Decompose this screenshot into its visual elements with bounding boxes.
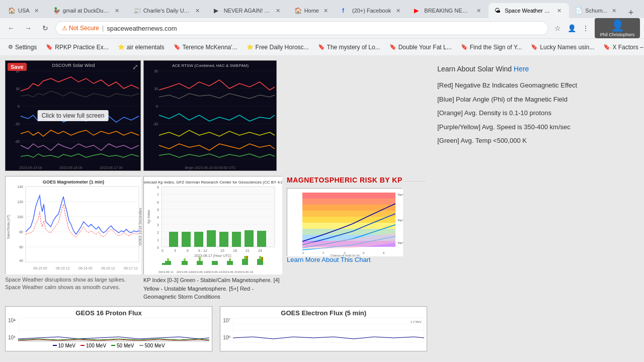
bookmark-rpkp-label: RPKP Practice Ex...	[55, 44, 108, 51]
expand-icon[interactable]: ⤢	[132, 63, 138, 71]
svg-text:2023-06-16: 2023-06-16	[238, 270, 254, 274]
svg-text:06-15 00: 06-15 00	[33, 266, 47, 270]
svg-rect-88	[162, 263, 166, 265]
bookmark-terence-icon: 🔖	[174, 44, 181, 50]
svg-rect-90	[184, 258, 186, 261]
bookmark-sign-label: Find the Sign of Y...	[470, 44, 522, 51]
mag-risk-svg: Kp=9 Kp=5 Kp=1 0 2 4 6 8 Chance of Field…	[287, 189, 403, 256]
tab-favicon-schum: 📄	[575, 7, 582, 14]
learn-more-chart-link[interactable]: Learn More About This Chart	[287, 256, 371, 263]
svg-text:≥ 2 MeV: ≥ 2 MeV	[411, 320, 422, 323]
tab-label-spaceweather: Space Weather News	[505, 8, 552, 14]
svg-rect-75	[257, 231, 266, 247]
svg-rect-89	[182, 261, 188, 265]
proton-electron-row: GEOS 16 Proton Flux 10⁴ 10³	[5, 306, 427, 351]
ace-chart[interactable]: ACE RTSW (Combined, HAC & SWEPAM) 20 10 …	[143, 60, 277, 171]
svg-text:8: 8	[157, 186, 159, 189]
back-button[interactable]: ←	[4, 21, 18, 35]
svg-text:Kp=9: Kp=9	[398, 193, 403, 196]
forward-button[interactable]: →	[21, 21, 35, 35]
svg-rect-95	[229, 258, 231, 261]
tab-spaceweather[interactable]: 🌤 Space Weather News ✕	[489, 3, 569, 18]
bookmark-air-label: air elementals	[127, 44, 165, 51]
svg-text:2023-06-17 00: 2023-06-17 00	[100, 166, 123, 169]
svg-text:06-16 00: 06-16 00	[78, 266, 93, 270]
charts-left: Save Click to view full screen ⤢ DSCOVR …	[5, 60, 427, 351]
svg-text:7: 7	[157, 193, 159, 197]
electron-svg: ≥ 2 MeV	[233, 318, 424, 343]
tab-close-charlie[interactable]: ✕	[194, 7, 202, 15]
tab-close-facebook[interactable]: ✕	[394, 7, 402, 15]
legend-500mev: 500 MeV	[139, 343, 165, 348]
bookmark-double[interactable]: 🔖 Double Your Fat L...	[385, 42, 456, 52]
svg-text:ACE RTSW (Combined, HAC & SWEP: ACE RTSW (Combined, HAC & SWEPAM)	[172, 63, 249, 68]
reload-button[interactable]: ↻	[38, 21, 52, 35]
tab-close-never[interactable]: ✕	[274, 7, 282, 15]
info-item-green: [Green] Avg. Temp <500,000 K	[437, 136, 639, 146]
svg-text:Forecast Kp Index, GFZ German : Forecast Kp Index, GFZ German Research C…	[144, 180, 282, 185]
bookmark-xfactors[interactable]: 🔖 X Factors – WEF R...	[599, 42, 644, 52]
svg-rect-110	[302, 199, 395, 205]
profile-section: 👤 Phil Christophers	[595, 18, 640, 38]
tab-facebook[interactable]: f (20+) Facebook ✕	[336, 3, 408, 18]
svg-text:Kp Index: Kp Index	[147, 210, 151, 224]
tab-close-schum[interactable]: ✕	[610, 7, 618, 15]
main-grid: Save Click to view full screen ⤢ DSCOVR …	[5, 60, 639, 351]
save-button[interactable]: Save	[8, 63, 27, 71]
bookmark-horoscope[interactable]: ⭐ Free Daily Horosc...	[243, 42, 313, 52]
tab-label-charlie: Charlie's Daily Updat...	[143, 8, 191, 14]
bookmark-air[interactable]: ⭐ air elementals	[114, 42, 169, 52]
learn-solar-wind-text: Learn About Solar Wind	[437, 65, 512, 73]
tab-close-home[interactable]: ✕	[322, 7, 330, 15]
address-box[interactable]: ⚠ Not Secure | spaceweathernews.com	[55, 21, 548, 35]
tab-close-gmail[interactable]: ✕	[113, 7, 121, 15]
bookmark-sign[interactable]: 🔖 Find the Sign of Y...	[457, 42, 526, 52]
electron-y-axis: 10⁷ 10⁶	[223, 318, 230, 340]
learn-solar-wind: Learn About Solar Wind Here	[437, 63, 639, 75]
profile-menu-icon[interactable]: 👤	[566, 22, 578, 34]
bookmark-lucky[interactable]: 🔖 Lucky Names usin...	[527, 42, 598, 52]
tab-close-breaking[interactable]: ✕	[474, 7, 482, 15]
svg-text:Begin 2023-06-15 00:00:00 UTC: Begin 2023-06-15 00:00:00 UTC	[185, 166, 235, 170]
svg-text:3: 3	[157, 223, 159, 227]
info-panel: Learn About Solar Wind Here [Red] Negati…	[432, 60, 639, 351]
tab-label-breaking: BREAKING NEWS: G...	[424, 8, 471, 14]
bookmark-settings[interactable]: ⚙ Settings	[4, 42, 41, 52]
svg-text:GOES Magnetometer (1 min): GOES Magnetometer (1 min)	[43, 179, 104, 185]
new-tab-button[interactable]: +	[624, 8, 638, 18]
svg-text:4: 4	[157, 216, 159, 219]
tab-gmail[interactable]: 🦆 gmail at DuckDuckGo ✕	[47, 3, 127, 18]
tab-home[interactable]: 🏠 Home ✕	[288, 3, 336, 18]
svg-text:-20: -20	[15, 140, 20, 143]
tab-usa[interactable]: 🏠 USA ✕	[2, 3, 47, 18]
mag-risk-chart[interactable]: Kp=9 Kp=5 Kp=1 0 2 4 6 8 Chance of Field…	[287, 188, 403, 256]
tab-label-gmail: gmail at DuckDuckGo	[63, 8, 110, 14]
svg-text:Kp=5: Kp=5	[398, 219, 403, 222]
tab-close-usa[interactable]: ✕	[33, 7, 41, 15]
bookmark-mystery-label: The mystery of Lo...	[327, 44, 380, 51]
tab-charlie[interactable]: 📰 Charlie's Daily Updat... ✕	[127, 3, 208, 18]
svg-text:NanoTesla (nT): NanoTesla (nT)	[7, 215, 11, 239]
tab-breaking[interactable]: ▶ BREAKING NEWS: G... ✕	[408, 3, 489, 18]
tab-schum[interactable]: 📄 Schum... ✕	[569, 3, 624, 18]
legend-500mev-color	[139, 345, 143, 346]
tab-never[interactable]: ▶ NEVER AGAIN! WITH... ✕	[208, 3, 288, 18]
more-options-icon[interactable]: ⋮	[580, 22, 592, 34]
legend-100mev: 100 MeV	[80, 343, 106, 348]
legend-10mev-color	[53, 345, 57, 346]
kp-chart[interactable]: Forecast Kp Index, GFZ German Research C…	[143, 176, 282, 274]
tab-favicon-spaceweather: 🌤	[495, 7, 502, 14]
bookmark-rpkp[interactable]: 🔖 RPKP Practice Ex...	[42, 42, 112, 52]
kp-svg: Forecast Kp Index, GFZ German Research C…	[144, 176, 282, 275]
bookmark-terence[interactable]: 🔖 Terence McKenna'...	[170, 42, 242, 52]
dscovr-chart[interactable]: Save Click to view full screen ⤢ DSCOVR …	[5, 60, 141, 171]
learn-solar-wind-link[interactable]: Here	[514, 65, 529, 73]
not-secure-text: Not Secure	[69, 25, 99, 32]
bookmark-star-icon[interactable]: ☆	[551, 22, 564, 34]
page-content: Save Click to view full screen ⤢ DSCOVR …	[0, 55, 644, 356]
info-item-orange: [Orange] Avg. Density is 0.1-10 protons	[437, 108, 639, 118]
tab-close-spaceweather[interactable]: ✕	[555, 7, 563, 15]
tab-favicon-breaking: ▶	[414, 7, 421, 14]
magnetometer-chart[interactable]: GOES Magnetometer (1 min) 140 120 100	[5, 176, 141, 274]
bookmark-mystery[interactable]: 🔖 The mystery of Lo...	[314, 42, 384, 52]
